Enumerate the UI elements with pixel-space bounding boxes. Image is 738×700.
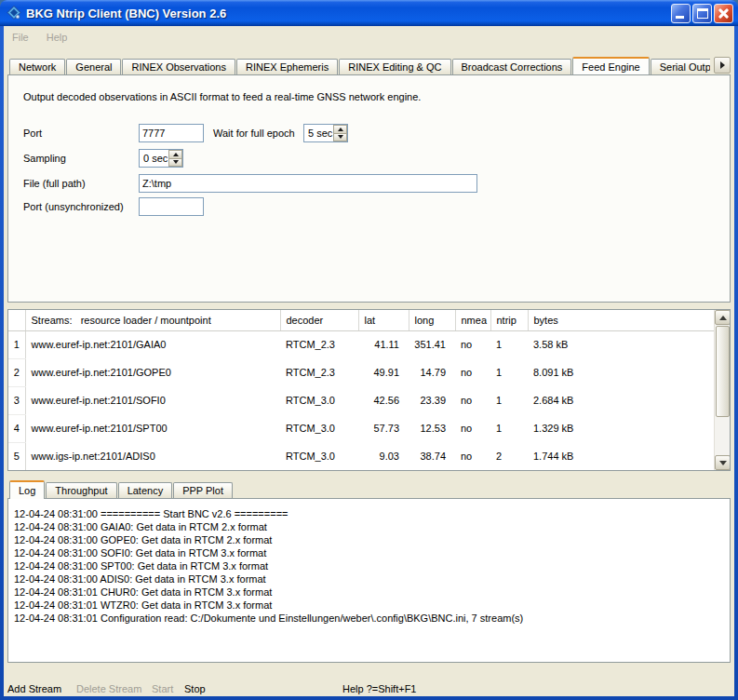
table-header-row: Streams: resource loader / mountpoint de… bbox=[8, 310, 714, 330]
file-path-input[interactable] bbox=[139, 174, 477, 193]
cell-decoder[interactable]: RTCM_3.0 bbox=[280, 442, 358, 470]
add-stream-button[interactable]: Add Stream bbox=[7, 680, 61, 698]
tab-throughput[interactable]: Throughput bbox=[46, 482, 116, 498]
tab-rinex-editing-qc[interactable]: RINEX Editing & QC bbox=[339, 59, 450, 74]
window-body: File Help Network General RINEX Observat… bbox=[4, 26, 734, 696]
log-panel[interactable]: 12-04-24 08:31:00 ========== Start BNC v… bbox=[7, 498, 731, 663]
stream-row[interactable]: 2 www.euref-ip.net:2101/GOPE0 RTCM_2.3 4… bbox=[8, 358, 714, 386]
chevron-right-icon bbox=[720, 61, 725, 69]
tab-serial-output[interactable]: Serial Output bbox=[651, 59, 710, 74]
bnc-window: BKG Ntrip Client (BNC) Version 2.6 File … bbox=[0, 0, 738, 700]
cell-nmea[interactable]: no bbox=[455, 442, 490, 470]
tab-rinex-observations[interactable]: RINEX Observations bbox=[122, 59, 235, 74]
stream-row[interactable]: 3 www.euref-ip.net:2101/SOFI0 RTCM_3.0 4… bbox=[8, 386, 714, 414]
port-unsync-input[interactable] bbox=[139, 197, 204, 216]
table-scrollbar[interactable] bbox=[714, 310, 730, 470]
corner-header[interactable] bbox=[8, 310, 25, 330]
col-header-long[interactable]: long bbox=[409, 310, 455, 330]
tab-rinex-ephemeris[interactable]: RINEX Ephemeris bbox=[236, 59, 338, 74]
titlebar[interactable]: BKG Ntrip Client (BNC) Version 2.6 bbox=[0, 0, 738, 26]
cell-nmea[interactable]: no bbox=[455, 330, 490, 358]
cell-ntrip[interactable]: 1 bbox=[490, 386, 528, 414]
row-number[interactable]: 1 bbox=[8, 330, 25, 358]
cell-long[interactable]: 23.39 bbox=[409, 386, 455, 414]
cell-lat[interactable]: 49.91 bbox=[358, 358, 409, 386]
cell-decoder[interactable]: RTCM_3.0 bbox=[280, 386, 358, 414]
cell-bytes[interactable]: 1.329 kB bbox=[528, 414, 714, 442]
help-button[interactable]: Help ?=Shift+F1 bbox=[342, 680, 417, 698]
row-number[interactable]: 3 bbox=[8, 386, 25, 414]
col-header-bytes[interactable]: bytes bbox=[528, 310, 714, 330]
scroll-up-button[interactable] bbox=[715, 310, 731, 325]
minimize-button[interactable] bbox=[671, 4, 691, 23]
cell-lat[interactable]: 57.73 bbox=[358, 414, 409, 442]
scrollbar-thumb[interactable] bbox=[716, 326, 730, 417]
cell-long[interactable]: 38.74 bbox=[409, 442, 455, 470]
scroll-down-button[interactable] bbox=[715, 455, 731, 470]
wait-epoch-spinner[interactable]: 5 sec bbox=[303, 124, 348, 142]
sampling-spin-up-button[interactable] bbox=[168, 150, 182, 159]
tab-general[interactable]: General bbox=[66, 59, 121, 74]
sampling-spinner[interactable]: 0 sec bbox=[139, 149, 183, 168]
tab-log[interactable]: Log bbox=[9, 480, 45, 499]
cell-lat[interactable]: 9.03 bbox=[358, 442, 409, 470]
row-number[interactable]: 4 bbox=[8, 414, 25, 442]
menu-file[interactable]: File bbox=[12, 32, 29, 43]
stream-row[interactable]: 4 www.euref-ip.net:2101/SPT00 RTCM_3.0 5… bbox=[8, 414, 714, 442]
sampling-spin-down-button[interactable] bbox=[168, 159, 182, 168]
cell-bytes[interactable]: 3.58 kB bbox=[528, 330, 714, 358]
port-input[interactable] bbox=[139, 124, 204, 142]
cell-ntrip[interactable]: 1 bbox=[490, 358, 528, 386]
delete-stream-button[interactable]: Delete Stream bbox=[76, 680, 141, 698]
cell-long[interactable]: 351.41 bbox=[409, 330, 455, 358]
start-button[interactable]: Start bbox=[152, 680, 173, 698]
close-button[interactable] bbox=[714, 4, 733, 23]
cell-decoder[interactable]: RTCM_2.3 bbox=[280, 358, 358, 386]
col-header-ntrip[interactable]: ntrip bbox=[490, 310, 528, 330]
cell-lat[interactable]: 41.11 bbox=[358, 330, 409, 358]
menu-help[interactable]: Help bbox=[47, 32, 68, 43]
tab-latency[interactable]: Latency bbox=[118, 482, 173, 498]
cell-lat[interactable]: 42.56 bbox=[358, 386, 409, 414]
col-header-lat[interactable]: lat bbox=[358, 310, 409, 330]
col-header-decoder[interactable]: decoder bbox=[280, 310, 358, 330]
cell-decoder[interactable]: RTCM_2.3 bbox=[280, 330, 358, 358]
stream-row[interactable]: 1 www.euref-ip.net:2101/GAIA0 RTCM_2.3 4… bbox=[8, 330, 714, 358]
cell-long[interactable]: 12.53 bbox=[409, 414, 455, 442]
tab-broadcast-corrections[interactable]: Broadcast Corrections bbox=[452, 59, 572, 74]
tab-scroll-right-button[interactable] bbox=[714, 57, 731, 74]
wait-epoch-spin-down-button[interactable] bbox=[333, 134, 347, 142]
sampling-label: Sampling bbox=[23, 149, 66, 168]
cell-mountpoint[interactable]: www.euref-ip.net:2101/GAIA0 bbox=[25, 330, 280, 358]
row-number[interactable]: 5 bbox=[8, 442, 25, 470]
row-number[interactable]: 2 bbox=[8, 358, 25, 386]
cell-mountpoint[interactable]: www.igs-ip.net:2101/ADIS0 bbox=[25, 442, 280, 470]
cell-nmea[interactable]: no bbox=[455, 386, 490, 414]
col-header-mountpoint[interactable]: Streams: resource loader / mountpoint bbox=[25, 310, 280, 330]
tab-feed-engine[interactable]: Feed Engine bbox=[572, 57, 649, 74]
cell-bytes[interactable]: 8.091 kB bbox=[528, 358, 714, 386]
bottom-tab-bar: Log Throughput Latency PPP Plot bbox=[7, 479, 731, 498]
stream-row[interactable]: 5 www.igs-ip.net:2101/ADIS0 RTCM_3.0 9.0… bbox=[8, 442, 714, 470]
col-header-nmea[interactable]: nmea bbox=[455, 310, 490, 330]
app-icon[interactable] bbox=[7, 6, 21, 20]
cell-ntrip[interactable]: 1 bbox=[490, 330, 528, 358]
cell-mountpoint[interactable]: www.euref-ip.net:2101/GOPE0 bbox=[25, 358, 280, 386]
cell-nmea[interactable]: no bbox=[455, 358, 490, 386]
maximize-button[interactable] bbox=[692, 4, 712, 23]
cell-bytes[interactable]: 1.744 kB bbox=[528, 442, 714, 470]
stop-button[interactable]: Stop bbox=[184, 680, 206, 698]
cell-ntrip[interactable]: 1 bbox=[490, 414, 528, 442]
cell-ntrip[interactable]: 2 bbox=[490, 442, 528, 470]
cell-decoder[interactable]: RTCM_3.0 bbox=[280, 414, 358, 442]
cell-long[interactable]: 14.79 bbox=[409, 358, 455, 386]
window-title: BKG Ntrip Client (BNC) Version 2.6 bbox=[26, 7, 669, 20]
cell-mountpoint[interactable]: www.euref-ip.net:2101/SPT00 bbox=[25, 414, 280, 442]
cell-mountpoint[interactable]: www.euref-ip.net:2101/SOFI0 bbox=[25, 386, 280, 414]
tab-network[interactable]: Network bbox=[9, 59, 65, 74]
log-line: 12-04-24 08:31:01 WTZR0: Get data in RTC… bbox=[14, 599, 726, 612]
tab-ppp-plot[interactable]: PPP Plot bbox=[173, 482, 233, 498]
wait-epoch-spin-up-button[interactable] bbox=[333, 125, 347, 134]
cell-bytes[interactable]: 2.684 kB bbox=[528, 386, 714, 414]
cell-nmea[interactable]: no bbox=[455, 414, 490, 442]
